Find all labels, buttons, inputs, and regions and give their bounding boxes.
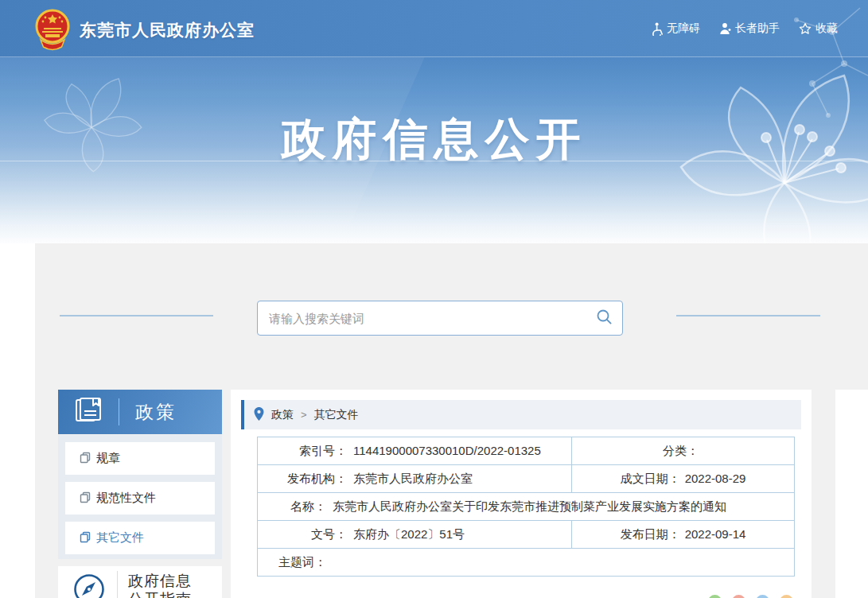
search-box: [257, 301, 623, 336]
favorite-link[interactable]: 收藏: [799, 21, 838, 36]
field-label: 分类：: [663, 444, 699, 457]
sidebar-guide-title: 政府信息 公开指南: [128, 572, 192, 598]
table-row: 索引号：11441900007330010D/2022-01325 分类：: [258, 437, 795, 465]
field-label: 名称：: [258, 499, 326, 515]
field-value: 2022-08-29: [685, 472, 746, 485]
share-buttons: [708, 595, 793, 598]
field-value: 2022-09-14: [685, 527, 746, 541]
table-row: 文号：东府办〔2022〕51号 发布日期：2022-09-14: [258, 521, 795, 549]
table-row: 名称：东莞市人民政府办公室关于印发东莞市推进预制菜产业发展实施方案的通知: [258, 493, 795, 521]
field-keywords: 主题词：: [258, 549, 795, 577]
compass-icon: [72, 573, 106, 598]
page: 东莞市人民政府办公室 无障碍: [0, 0, 868, 598]
field-value: 东莞市人民政府办公室: [353, 472, 473, 485]
site-title: 东莞市人民政府办公室: [80, 19, 255, 41]
field-label: 发布日期：: [621, 527, 680, 541]
accessibility-label: 无障碍: [667, 21, 700, 36]
elder-mode-label: 长者助手: [735, 21, 780, 36]
field-written-date: 成文日期：2022-08-29: [572, 465, 795, 493]
sidebar-guide-divider: [117, 571, 118, 598]
breadcrumb-item-other-documents[interactable]: 其它文件: [314, 408, 359, 422]
banner: 政府信息公开: [0, 57, 868, 243]
policy-book-icon: [74, 397, 103, 427]
field-label: 主题词：: [258, 555, 326, 570]
field-value: 东莞市人民政府办公室关于印发东莞市推进预制菜产业发展实施方案的通知: [333, 499, 726, 513]
field-category: 分类：: [572, 437, 795, 465]
document-icon: [80, 531, 91, 546]
field-index-number: 索引号：11441900007330010D/2022-01325: [258, 437, 572, 465]
field-document-number: 文号：东府办〔2022〕51号: [258, 521, 572, 549]
sidebar-item-label: 规范性文件: [96, 491, 156, 506]
field-publish-date: 发布日期：2022-09-14: [572, 521, 795, 549]
top-links: 无障碍 长者助手 收藏: [650, 21, 838, 36]
right-floating-panel: [835, 390, 868, 598]
accessibility-link[interactable]: 无障碍: [650, 21, 700, 36]
elder-mode-link[interactable]: 长者助手: [719, 21, 780, 36]
sidebar-policy-title: 政策: [135, 400, 177, 425]
favorite-label: 收藏: [815, 21, 838, 36]
sidebar-guide-block[interactable]: 政府信息 公开指南: [58, 566, 222, 598]
share-icon-1[interactable]: [708, 595, 722, 598]
search-decor-line-right: [676, 315, 820, 316]
star-icon: [799, 22, 812, 35]
sidebar-header-divider: [119, 398, 119, 425]
elder-person-icon: [719, 22, 731, 35]
wheelchair-icon: [650, 22, 663, 36]
field-document-name: 名称：东莞市人民政府办公室关于印发东莞市推进预制菜产业发展实施方案的通知: [258, 493, 795, 521]
breadcrumb: 政策 > 其它文件: [241, 400, 801, 429]
document-icon: [80, 491, 91, 506]
field-value: 东府办〔2022〕51号: [353, 527, 465, 541]
field-issuing-agency: 发布机构：东莞市人民政府办公室: [258, 465, 572, 493]
location-pin-icon: [254, 407, 264, 423]
share-icon-4[interactable]: [780, 595, 793, 598]
field-value: 11441900007330010D/2022-01325: [353, 444, 541, 457]
field-label: 文号：: [258, 527, 347, 542]
share-icon-3[interactable]: [756, 595, 769, 598]
search-input[interactable]: [258, 301, 593, 335]
breadcrumb-item-policy[interactable]: 政策: [271, 408, 294, 422]
sidebar-item-other-documents[interactable]: 其它文件: [65, 522, 215, 554]
content-area: 政策 规章: [35, 243, 868, 598]
sidebar-item-regulations[interactable]: 规章: [65, 442, 215, 475]
page-title: 政府信息公开: [0, 110, 868, 170]
sidebar-policy-header[interactable]: 政策: [58, 390, 222, 434]
field-label: 成文日期：: [621, 472, 680, 485]
detail-table: 索引号：11441900007330010D/2022-01325 分类： 发布…: [257, 437, 795, 577]
search-button[interactable]: [593, 309, 622, 328]
breadcrumb-separator: >: [301, 409, 307, 421]
share-icon-2[interactable]: [732, 595, 745, 598]
sidebar-item-label: 其它文件: [96, 530, 144, 546]
search-icon: [596, 309, 613, 328]
document-icon: [80, 452, 91, 466]
sidebar-item-label: 规章: [96, 451, 120, 466]
field-label: 索引号：: [258, 444, 347, 459]
detail-card: 政策 > 其它文件 索引号：11441900007330010D/2022-01…: [231, 390, 812, 598]
table-row: 主题词：: [258, 549, 795, 577]
table-row: 发布机构：东莞市人民政府办公室 成文日期：2022-08-29: [258, 465, 795, 493]
search-decor-line-left: [60, 315, 213, 316]
field-label: 发布机构：: [258, 472, 347, 487]
site-header: 东莞市人民政府办公室 无障碍: [0, 0, 868, 57]
sidebar-policy-items: 规章 规范性文件: [58, 435, 222, 559]
national-emblem-logo: [33, 8, 72, 51]
sidebar-item-normative-documents[interactable]: 规范性文件: [65, 482, 215, 515]
